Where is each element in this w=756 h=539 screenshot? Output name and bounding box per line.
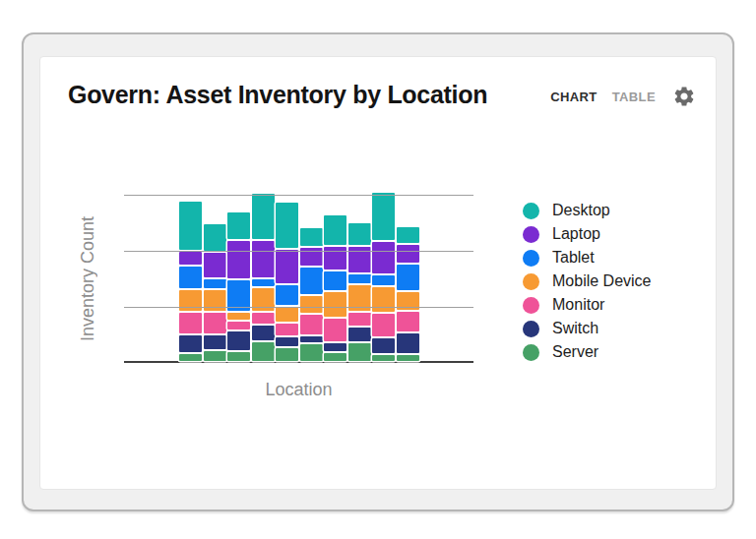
bar-segment-laptop[interactable]: [372, 242, 395, 273]
legend-label: Laptop: [552, 225, 600, 243]
bar-segment-switch[interactable]: [324, 343, 346, 351]
bar-segment-tablet[interactable]: [397, 265, 419, 290]
stacked-bar[interactable]: [324, 215, 346, 361]
bar-segment-tablet[interactable]: [348, 274, 371, 283]
bar-segment-monitor[interactable]: [348, 313, 371, 326]
stacked-bar[interactable]: [252, 194, 275, 361]
bar-segment-monitor[interactable]: [204, 313, 226, 333]
bar-segment-monitor[interactable]: [179, 313, 202, 333]
report-card: Govern: Asset Inventory by Location CHAR…: [39, 56, 717, 490]
legend-item-desktop[interactable]: Desktop: [523, 199, 651, 222]
gridline: [124, 195, 473, 196]
bar-segment-desktop[interactable]: [372, 193, 395, 240]
bar-segment-monitor[interactable]: [252, 313, 275, 324]
bar-segment-desktop[interactable]: [204, 224, 226, 251]
bar-segment-switch[interactable]: [372, 338, 395, 353]
bar-segment-server[interactable]: [276, 348, 298, 361]
bar-segment-desktop[interactable]: [324, 215, 346, 245]
bar-segment-tablet[interactable]: [372, 275, 395, 285]
legend-item-server[interactable]: Server: [523, 340, 651, 364]
bar-segment-laptop[interactable]: [179, 252, 202, 265]
legend-swatch-icon: [523, 344, 539, 361]
bar-segment-server[interactable]: [324, 353, 346, 361]
bar-segment-switch[interactable]: [204, 335, 226, 349]
bar-segment-switch[interactable]: [276, 337, 298, 346]
stacked-bar[interactable]: [348, 223, 371, 361]
bar-segment-laptop[interactable]: [252, 241, 275, 277]
bar-segment-laptop[interactable]: [227, 241, 250, 278]
x-axis-line: [124, 361, 473, 363]
stacked-bar[interactable]: [300, 228, 323, 361]
bar-segment-laptop[interactable]: [397, 245, 419, 263]
bar-segment-monitor[interactable]: [300, 315, 323, 334]
bar-segment-mobile-device[interactable]: [372, 287, 395, 312]
bar-segment-server[interactable]: [348, 343, 371, 361]
legend-item-laptop[interactable]: Laptop: [523, 222, 651, 246]
stacked-bar[interactable]: [227, 212, 250, 361]
bar-segment-tablet[interactable]: [276, 285, 298, 305]
plot-area: [124, 195, 473, 363]
settings-button[interactable]: [671, 84, 697, 109]
stacked-bar[interactable]: [179, 202, 202, 361]
legend-label: Desktop: [552, 202, 610, 219]
widget-frame: Govern: Asset Inventory by Location CHAR…: [22, 32, 734, 511]
stacked-bar[interactable]: [372, 193, 395, 361]
bar-segment-server[interactable]: [252, 342, 275, 361]
legend-item-switch[interactable]: Switch: [523, 317, 651, 340]
legend-label: Switch: [552, 320, 598, 337]
legend-item-monitor[interactable]: Monitor: [523, 293, 651, 317]
header-controls: CHARTTABLE: [550, 83, 697, 110]
legend-label: Mobile Device: [552, 272, 651, 290]
stacked-bar[interactable]: [276, 203, 298, 361]
bar-segment-monitor[interactable]: [372, 314, 395, 336]
bar-segment-mobile-device[interactable]: [227, 313, 250, 320]
legend-item-tablet[interactable]: Tablet: [523, 246, 651, 270]
stacked-bar[interactable]: [397, 227, 419, 361]
legend-label: Tablet: [552, 249, 595, 267]
bar-segment-switch[interactable]: [227, 331, 250, 350]
x-axis-label: Location: [124, 380, 473, 400]
bar-segment-mobile-device[interactable]: [276, 307, 298, 322]
bar-segment-tablet[interactable]: [204, 279, 226, 288]
bar-segment-server[interactable]: [300, 344, 323, 361]
bar-segment-desktop[interactable]: [252, 194, 275, 239]
bar-segment-laptop[interactable]: [204, 253, 226, 277]
bar-segment-laptop[interactable]: [276, 250, 298, 283]
bar-segment-tablet[interactable]: [179, 267, 202, 288]
bar-segment-tablet[interactable]: [252, 279, 275, 286]
gridline: [124, 251, 473, 252]
legend-label: Monitor: [552, 296, 604, 314]
bar-segment-mobile-device[interactable]: [324, 292, 346, 317]
bar-segment-desktop[interactable]: [300, 228, 323, 246]
stacked-bar[interactable]: [204, 224, 226, 361]
bar-segment-server[interactable]: [397, 355, 419, 361]
bar-segment-monitor[interactable]: [276, 324, 298, 335]
bar-segment-monitor[interactable]: [397, 312, 419, 331]
bar-segment-server[interactable]: [179, 354, 202, 361]
bar-segment-tablet[interactable]: [324, 271, 346, 290]
bar-segment-desktop[interactable]: [227, 212, 250, 239]
bar-segment-switch[interactable]: [179, 335, 202, 352]
bar-segment-switch[interactable]: [300, 336, 323, 342]
bar-segment-switch[interactable]: [397, 333, 419, 353]
bar-segment-server[interactable]: [204, 351, 226, 361]
bar-segment-switch[interactable]: [348, 328, 371, 341]
legend-item-mobile-device[interactable]: Mobile Device: [523, 270, 651, 293]
bar-segment-desktop[interactable]: [397, 227, 419, 243]
bar-segment-switch[interactable]: [252, 326, 275, 340]
bar-segment-mobile-device[interactable]: [300, 296, 323, 313]
bar-segment-desktop[interactable]: [179, 202, 202, 250]
view-tabs: CHARTTABLE: [550, 90, 656, 104]
bar-segment-desktop[interactable]: [276, 203, 298, 248]
bar-segment-tablet[interactable]: [300, 268, 323, 294]
bar-segment-monitor[interactable]: [324, 319, 346, 341]
legend-swatch-icon: [523, 226, 539, 243]
bar-segment-monitor[interactable]: [227, 322, 250, 329]
bar-segment-server[interactable]: [372, 355, 395, 361]
tab-chart[interactable]: CHART: [550, 90, 598, 104]
tab-table[interactable]: TABLE: [612, 90, 656, 104]
bar-segment-server[interactable]: [227, 352, 250, 361]
gear-icon: [672, 85, 696, 108]
legend-swatch-icon: [523, 321, 539, 337]
bar-segment-desktop[interactable]: [348, 223, 371, 245]
